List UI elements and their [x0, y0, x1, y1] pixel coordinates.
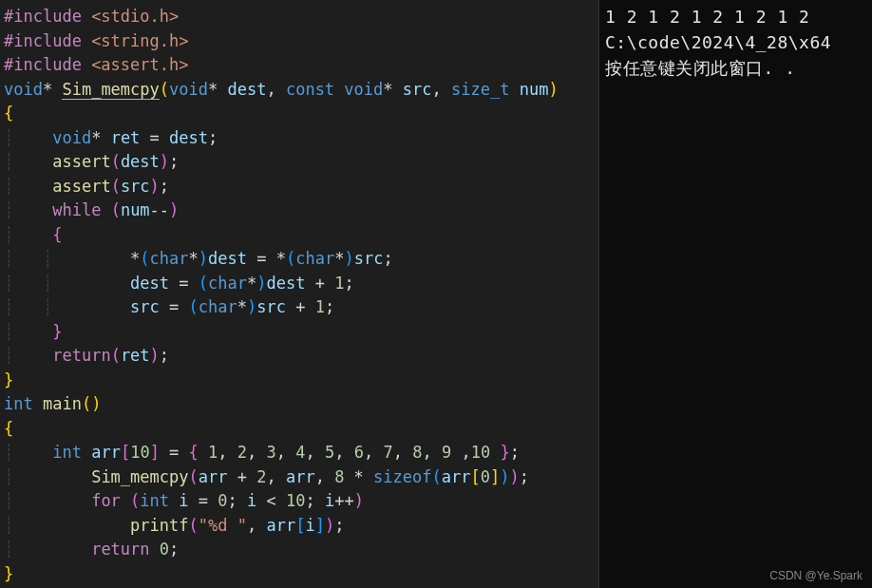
code-line: ┊ return 0;: [4, 538, 595, 562]
code-line: #include <stdio.h>: [4, 5, 595, 29]
terminal-line-prompt: 按任意键关闭此窗口. .: [605, 55, 866, 81]
code-line: ┊ assert(src);: [4, 175, 595, 199]
code-line: ┊ assert(dest);: [4, 150, 595, 175]
code-line: ┊ ┊ src = (char*)src + 1;: [4, 295, 595, 320]
code-editor[interactable]: #include <stdio.h> #include <string.h> #…: [0, 0, 598, 588]
code-line: ┊ return(ret);: [4, 344, 595, 369]
terminal-output[interactable]: 1 2 1 2 1 2 1 2 1 2 C:\code\2024\4_28\x6…: [598, 0, 872, 588]
code-line: {: [4, 417, 595, 442]
code-line: ┊ ┊ *(char*)dest = *(char*)src;: [4, 247, 595, 272]
code-line: }: [4, 369, 595, 393]
code-line: ┊ for (int i = 0; i < 10; i++): [4, 489, 595, 514]
code-line: ┊ ┊ dest = (char*)dest + 1;: [4, 272, 595, 296]
code-line: ┊ Sim_memcpy(arr + 2, arr, 8 * sizeof(ar…: [4, 465, 595, 490]
code-line: ┊ {: [4, 223, 595, 248]
code-line: int main(): [4, 392, 595, 417]
terminal-line-path: C:\code\2024\4_28\x64: [605, 29, 866, 55]
code-line: {: [4, 102, 595, 126]
code-line: void* Sim_memcpy(void* dest, const void*…: [4, 78, 595, 103]
code-line: ┊ }: [4, 320, 595, 345]
code-line: #include <assert.h>: [4, 53, 595, 78]
watermark: CSDN @Ye.Spark: [769, 569, 863, 582]
code-line: ┊ printf("%d ", arr[i]);: [4, 514, 595, 539]
code-line: ┊ void* ret = dest;: [4, 126, 595, 151]
code-line: ┊ while (num--): [4, 199, 595, 223]
code-line: #include <string.h>: [4, 29, 595, 54]
code-line: }: [4, 562, 595, 587]
code-line: ┊ int arr[10] = { 1, 2, 3, 4, 5, 6, 7, 8…: [4, 441, 595, 465]
terminal-line-output: 1 2 1 2 1 2 1 2 1 2: [605, 4, 866, 29]
